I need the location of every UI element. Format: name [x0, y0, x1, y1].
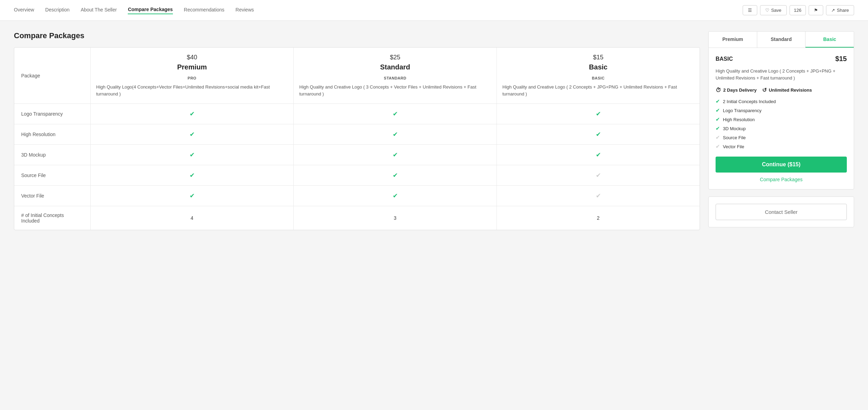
- features-list: ✔ 2 Initial Concepts Included ✔ Logo Tra…: [716, 98, 847, 150]
- nav-compare-packages[interactable]: Compare Packages: [128, 7, 173, 14]
- list-item: ✔ 2 Initial Concepts Included: [716, 98, 847, 104]
- delivery-row: ⏱ 2 Days Delivery ↺ Unlimited Revisions: [716, 87, 847, 93]
- basic-name: Basic: [589, 63, 607, 71]
- check-icon: ✔: [393, 192, 398, 200]
- feature-check-icon: ✔: [716, 116, 720, 123]
- premium-vector-file: ✔: [91, 186, 294, 206]
- package-col-standard: $25 Standard STANDARD High Quality and C…: [294, 48, 497, 103]
- feature-check-icon: ✔: [716, 98, 720, 104]
- list-item: ✔ High Resolution: [716, 116, 847, 123]
- col-label-package: Package: [14, 48, 91, 103]
- menu-button[interactable]: ☰: [743, 5, 757, 15]
- heart-icon: ♡: [765, 8, 769, 13]
- premium-3d-mockup: ✔: [91, 145, 294, 165]
- check-icon: ✔: [393, 110, 398, 118]
- feature-label: Source File: [723, 135, 746, 140]
- standard-3d-mockup: ✔: [294, 145, 497, 165]
- card-description: High Quality and Creative Logo ( 2 Conce…: [716, 68, 847, 81]
- table-row: Logo Transparency ✔ ✔ ✔: [14, 104, 700, 124]
- package-card: Premium Standard Basic BASIC $15 High Qu…: [708, 31, 854, 230]
- top-navigation: Overview Description About The Seller Co…: [0, 0, 868, 21]
- feature-label: Vector File: [723, 144, 744, 149]
- feature-check-gray-icon: ✔: [716, 134, 720, 141]
- flag-icon: ⚑: [814, 8, 818, 13]
- feature-label: 2 Initial Concepts Included: [723, 99, 776, 104]
- standard-vector-file: ✔: [294, 186, 497, 206]
- check-icon: ✔: [190, 110, 195, 118]
- row-label-logo-transparency: Logo Transparency: [14, 104, 91, 124]
- share-icon: ↗: [831, 8, 835, 13]
- compare-table: Package $40 Premium PRO High Quality Log…: [14, 47, 700, 230]
- list-item: ✔ Logo Transparency: [716, 107, 847, 114]
- nav-recommendations[interactable]: Recommendations: [184, 7, 225, 14]
- check-icon: ✔: [393, 131, 398, 138]
- card-price: $15: [835, 55, 847, 63]
- basic-3d-mockup: ✔: [497, 145, 700, 165]
- section-title: Compare Packages: [14, 31, 700, 40]
- hamburger-icon: ☰: [748, 8, 752, 13]
- row-label-vector-file: Vector File: [14, 186, 91, 206]
- compare-section: Compare Packages Package $40 Premium PRO…: [14, 31, 700, 230]
- delivery-text: 2 Days Delivery: [723, 87, 757, 93]
- continue-button[interactable]: Continue ($15): [716, 157, 847, 173]
- row-label-3d-mockup: 3D Mockup: [14, 145, 91, 165]
- premium-price: $40: [187, 54, 197, 61]
- package-card-body: BASIC $15 High Quality and Creative Logo…: [708, 48, 854, 190]
- table-row: 3D Mockup ✔ ✔ ✔: [14, 145, 700, 165]
- nav-about-seller[interactable]: About The Seller: [81, 7, 117, 14]
- table-row: # of Initial Concepts Included 4 3 2: [14, 206, 700, 230]
- package-col-premium: $40 Premium PRO High Quality Logo(4 Conc…: [91, 48, 294, 103]
- table-row: Vector File ✔ ✔ ✔: [14, 186, 700, 206]
- row-label-initial-concepts: # of Initial Concepts Included: [14, 206, 91, 230]
- standard-name: Standard: [380, 63, 410, 71]
- standard-concepts: 3: [294, 206, 497, 230]
- like-count: 126: [790, 5, 806, 15]
- share-button[interactable]: ↗ Share: [826, 5, 854, 15]
- check-icon: ✔: [596, 131, 601, 138]
- nav-description[interactable]: Description: [45, 7, 69, 14]
- tab-standard[interactable]: Standard: [757, 32, 806, 48]
- nav-overview[interactable]: Overview: [14, 7, 34, 14]
- main-content: Compare Packages Package $40 Premium PRO…: [0, 21, 868, 241]
- basic-concepts: 2: [497, 206, 700, 230]
- premium-concepts: 4: [91, 206, 294, 230]
- tab-basic[interactable]: Basic: [806, 32, 854, 48]
- standard-tier: STANDARD: [384, 76, 407, 80]
- table-row: High Resolution ✔ ✔ ✔: [14, 124, 700, 145]
- contact-card: Contact Seller: [708, 196, 854, 227]
- check-icon: ✔: [596, 151, 601, 159]
- list-item: ✔ Vector File: [716, 143, 847, 150]
- check-icon: ✔: [190, 171, 195, 179]
- delivery-item: ⏱ 2 Days Delivery: [716, 87, 757, 93]
- revisions-item: ↺ Unlimited Revisions: [762, 87, 812, 93]
- list-item: ✔ 3D Mockup: [716, 125, 847, 132]
- tab-premium[interactable]: Premium: [709, 32, 757, 48]
- nav-reviews[interactable]: Reviews: [235, 7, 254, 14]
- check-icon: ✔: [596, 110, 601, 118]
- premium-logo-transparency: ✔: [91, 104, 294, 124]
- feature-check-icon: ✔: [716, 125, 720, 132]
- package-tabs: Premium Standard Basic: [708, 31, 854, 48]
- flag-button[interactable]: ⚑: [809, 5, 823, 15]
- premium-high-resolution: ✔: [91, 124, 294, 144]
- basic-source-file: ✔: [497, 165, 700, 185]
- compare-packages-link[interactable]: Compare Packages: [716, 177, 847, 182]
- standard-price: $25: [390, 54, 400, 61]
- basic-price: $15: [593, 54, 603, 61]
- check-icon-gray: ✔: [596, 171, 601, 179]
- card-header: BASIC $15: [716, 55, 847, 63]
- premium-desc: High Quality Logo(4 Concepts+Vector File…: [96, 84, 288, 97]
- basic-desc: High Quality and Creative Logo ( 2 Conce…: [502, 84, 694, 97]
- contact-seller-button[interactable]: Contact Seller: [716, 204, 847, 220]
- basic-vector-file: ✔: [497, 186, 700, 206]
- feature-label: High Resolution: [723, 117, 755, 122]
- basic-logo-transparency: ✔: [497, 104, 700, 124]
- feature-label: Logo Transparency: [723, 108, 761, 113]
- table-header-row: Package $40 Premium PRO High Quality Log…: [14, 48, 700, 104]
- package-col-basic: $15 Basic BASIC High Quality and Creativ…: [497, 48, 700, 103]
- feature-label: 3D Mockup: [723, 126, 746, 131]
- nav-actions: ☰ ♡ Save 126 ⚑ ↗ Share: [743, 5, 854, 15]
- check-icon: ✔: [393, 171, 398, 179]
- revisions-icon: ↺: [762, 87, 767, 93]
- save-button[interactable]: ♡ Save: [760, 5, 787, 15]
